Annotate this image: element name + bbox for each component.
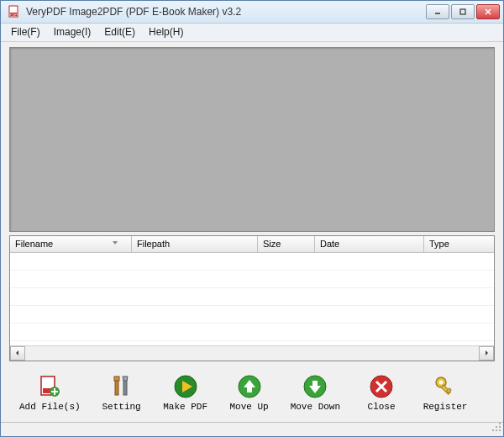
titlebar[interactable]: PDF VeryPDF Image2PDF (PDF E-Book Maker)…	[1, 1, 503, 24]
svg-rect-4	[460, 9, 465, 14]
column-date[interactable]: Date	[315, 236, 424, 252]
column-filepath-label: Filepath	[137, 239, 170, 249]
add-files-button[interactable]: Add File(s)	[19, 373, 81, 412]
column-filename[interactable]: Filename	[10, 236, 132, 252]
sort-indicator-icon	[111, 239, 119, 249]
make-pdf-label: Make PDF	[163, 402, 207, 412]
setting-button[interactable]: Setting	[99, 373, 144, 412]
register-label: Register	[423, 402, 468, 412]
table-row	[10, 324, 494, 341]
table-body[interactable]	[10, 253, 494, 345]
svg-marker-9	[486, 350, 488, 355]
menu-edit[interactable]: Edit(E)	[97, 24, 142, 39]
svg-point-34	[499, 426, 501, 428]
add-files-label: Add File(s)	[19, 402, 81, 412]
menu-image[interactable]: Image(I)	[47, 24, 98, 39]
close-label: Close	[368, 402, 396, 412]
toolbar: Add File(s) Setting Make PDF Move Up	[9, 365, 495, 419]
register-icon	[432, 373, 459, 400]
svg-point-37	[499, 429, 501, 431]
window-title: VeryPDF Image2PDF (PDF E-Book Maker) v3.…	[24, 6, 426, 18]
minimize-button[interactable]	[426, 4, 449, 19]
menubar: File(F) Image(I) Edit(E) Help(H)	[1, 24, 503, 41]
move-up-icon	[236, 373, 263, 400]
make-pdf-icon	[172, 373, 199, 400]
svg-marker-7	[113, 241, 118, 245]
menu-file[interactable]: File(F)	[4, 24, 47, 39]
preview-panel	[9, 47, 495, 232]
horizontal-scrollbar[interactable]	[10, 345, 494, 361]
close-icon	[368, 373, 395, 400]
app-icon: PDF	[8, 5, 21, 18]
column-filename-label: Filename	[15, 239, 53, 249]
close-button[interactable]: Close	[359, 373, 404, 412]
column-date-label: Date	[320, 239, 339, 249]
column-type[interactable]: Type	[424, 236, 494, 252]
table-row	[10, 306, 494, 324]
table-row	[10, 288, 494, 306]
maximize-button[interactable]	[451, 4, 475, 19]
move-up-button[interactable]: Move Up	[227, 373, 272, 412]
statusbar	[1, 422, 503, 436]
svg-point-29	[439, 380, 444, 384]
scroll-left-button[interactable]	[10, 346, 25, 361]
scroll-right-button[interactable]	[479, 346, 494, 361]
scroll-track[interactable]	[25, 346, 479, 361]
column-size-label: Size	[263, 239, 281, 249]
move-down-label: Move Down	[291, 402, 340, 412]
column-type-label: Type	[429, 239, 449, 249]
app-window: PDF VeryPDF Image2PDF (PDF E-Book Maker)…	[0, 0, 504, 437]
content-area: Filename Filepath Size Date Type	[1, 42, 503, 422]
column-size[interactable]: Size	[258, 236, 315, 252]
svg-point-35	[492, 429, 494, 431]
svg-rect-16	[114, 376, 119, 381]
make-pdf-button[interactable]: Make PDF	[163, 373, 208, 412]
file-table: Filename Filepath Size Date Type	[9, 235, 495, 361]
register-button[interactable]: Register	[423, 373, 468, 412]
setting-label: Setting	[102, 402, 141, 412]
close-window-button[interactable]	[476, 4, 500, 19]
svg-point-36	[496, 429, 497, 431]
svg-marker-8	[16, 350, 18, 355]
svg-point-33	[496, 426, 497, 428]
column-filepath[interactable]: Filepath	[132, 236, 258, 252]
resize-grip-icon[interactable]	[491, 422, 501, 434]
menu-help[interactable]: Help(H)	[142, 24, 190, 39]
svg-text:PDF: PDF	[10, 13, 18, 17]
add-files-icon	[36, 373, 63, 400]
svg-marker-18	[123, 376, 128, 381]
move-down-icon	[302, 373, 328, 400]
move-up-label: Move Up	[230, 402, 269, 412]
svg-point-32	[499, 423, 501, 424]
table-row	[10, 253, 494, 271]
table-header: Filename Filepath Size Date Type	[10, 236, 494, 253]
setting-icon	[108, 373, 135, 400]
move-down-button[interactable]: Move Down	[291, 373, 340, 412]
window-controls	[426, 4, 500, 19]
table-row	[10, 271, 494, 288]
